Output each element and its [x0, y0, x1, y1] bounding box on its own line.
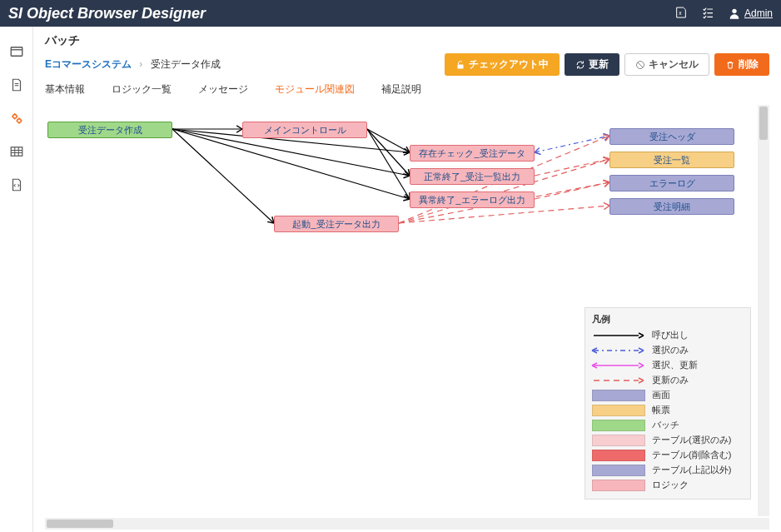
tab-0[interactable]: 基本情報 — [45, 82, 85, 97]
legend-line-row: 選択のみ — [592, 344, 744, 356]
diagram-node[interactable]: 受注データ作成 — [47, 122, 172, 138]
legend-swatch-row: バッチ — [592, 419, 744, 431]
delete-button[interactable]: 削除 — [714, 53, 769, 76]
action-buttons: チェックアウト中 更新 キャンセル 削除 — [445, 53, 769, 76]
user-icon — [728, 7, 741, 20]
sidebar-table-icon[interactable] — [0, 135, 33, 168]
horizontal-scrollbar-thumb[interactable] — [47, 520, 113, 528]
svg-point-1 — [732, 9, 736, 13]
diagram-node[interactable]: エラーログ — [609, 175, 734, 191]
diagram-node[interactable]: メインコントロール — [242, 122, 367, 138]
excel-icon[interactable]: x — [674, 6, 688, 22]
legend-swatch-row: 帳票 — [592, 404, 744, 416]
diagram-node[interactable]: 正常終了_受注一覧出力 — [410, 168, 535, 185]
svg-line-24 — [535, 136, 609, 152]
legend-line-row: 更新のみ — [592, 374, 744, 386]
svg-line-20 — [172, 129, 274, 223]
svg-line-30 — [399, 206, 609, 223]
page-title: バッチ — [45, 33, 769, 48]
refresh-icon — [575, 60, 585, 70]
svg-point-7 — [17, 119, 22, 123]
svg-line-15 — [638, 62, 643, 67]
tab-2[interactable]: メッセージ — [198, 82, 248, 97]
unlock-icon — [455, 60, 465, 70]
legend-swatch-row: ロジック — [592, 479, 744, 491]
vertical-scrollbar-thumb[interactable] — [759, 107, 768, 140]
svg-rect-8 — [11, 147, 22, 157]
tabs: 基本情報ロジック一覧メッセージモジュール関連図補足説明 — [45, 82, 769, 97]
checkout-button[interactable]: チェックアウト中 — [445, 53, 560, 76]
svg-rect-13 — [458, 64, 464, 68]
legend-swatch-row: 画面 — [592, 389, 744, 401]
topbar-right: x Admin — [674, 6, 773, 22]
legend: 凡例 呼び出し選択のみ選択、更新更新のみ 画面帳票バッチテーブル(選択のみ)テー… — [585, 307, 751, 500]
legend-swatch-row: テーブル(削除含む) — [592, 449, 744, 461]
diagram-canvas[interactable]: 受注データ作成メインコントロール起動_受注データ出力存在チェック_受注データ正常… — [45, 105, 769, 516]
cancel-icon — [635, 60, 645, 70]
tab-4[interactable]: 補足説明 — [381, 82, 421, 97]
checklist-icon[interactable] — [701, 6, 714, 22]
diagram-node[interactable]: 起動_受注データ出力 — [274, 216, 399, 232]
diagram-node[interactable]: 存在チェック_受注データ — [410, 145, 535, 162]
diagram-node[interactable]: 異常終了_エラーログ出力 — [410, 191, 535, 208]
legend-line-row: 選択、更新 — [592, 359, 744, 371]
vertical-scrollbar[interactable] — [758, 105, 769, 516]
svg-rect-2 — [11, 47, 22, 57]
breadcrumb-current: 受注データ作成 — [151, 58, 221, 70]
user-link[interactable]: Admin — [728, 7, 773, 20]
sidebar-window-icon[interactable] — [0, 35, 33, 68]
diagram-node[interactable]: 受注一覧 — [609, 152, 734, 168]
tab-1[interactable]: ロジック一覧 — [112, 82, 172, 97]
header-row: Eコマースシステム › 受注データ作成 チェックアウト中 更新 キャンセル 削除 — [45, 53, 769, 76]
horizontal-scrollbar[interactable] — [45, 518, 769, 530]
legend-swatch-row: テーブル(上記以外) — [592, 464, 744, 476]
topbar: SI Object Browser Designer x Admin — [0, 0, 781, 27]
sidebar — [0, 27, 33, 532]
sidebar-code-icon[interactable] — [0, 168, 33, 201]
tab-3[interactable]: モジュール関連図 — [275, 82, 355, 97]
user-name: Admin — [744, 7, 773, 19]
sidebar-document-icon[interactable] — [0, 68, 33, 102]
svg-point-6 — [13, 115, 17, 119]
legend-title: 凡例 — [592, 313, 744, 326]
diagram-node[interactable]: 受注明細 — [609, 198, 734, 215]
brand: SI Object Browser Designer — [8, 5, 206, 22]
legend-line-row: 呼び出し — [592, 329, 744, 341]
trash-icon — [725, 60, 735, 70]
diagram-canvas-wrap: 受注データ作成メインコントロール起動_受注データ出力存在チェック_受注データ正常… — [45, 105, 769, 530]
update-button[interactable]: 更新 — [565, 53, 619, 76]
diagram-node[interactable]: 受注ヘッダ — [609, 128, 734, 145]
breadcrumb: Eコマースシステム › 受注データ作成 — [45, 57, 221, 72]
breadcrumb-root[interactable]: Eコマースシステム — [45, 58, 132, 70]
sidebar-gears-icon[interactable] — [0, 102, 33, 135]
svg-line-25 — [535, 159, 609, 176]
cancel-button[interactable]: キャンセル — [624, 53, 709, 76]
legend-swatch-row: テーブル(選択のみ) — [592, 434, 744, 446]
main: バッチ Eコマースシステム › 受注データ作成 チェックアウト中 更新 キャンセ… — [33, 27, 781, 532]
svg-text:x: x — [679, 10, 682, 16]
breadcrumb-sep: › — [139, 58, 142, 70]
